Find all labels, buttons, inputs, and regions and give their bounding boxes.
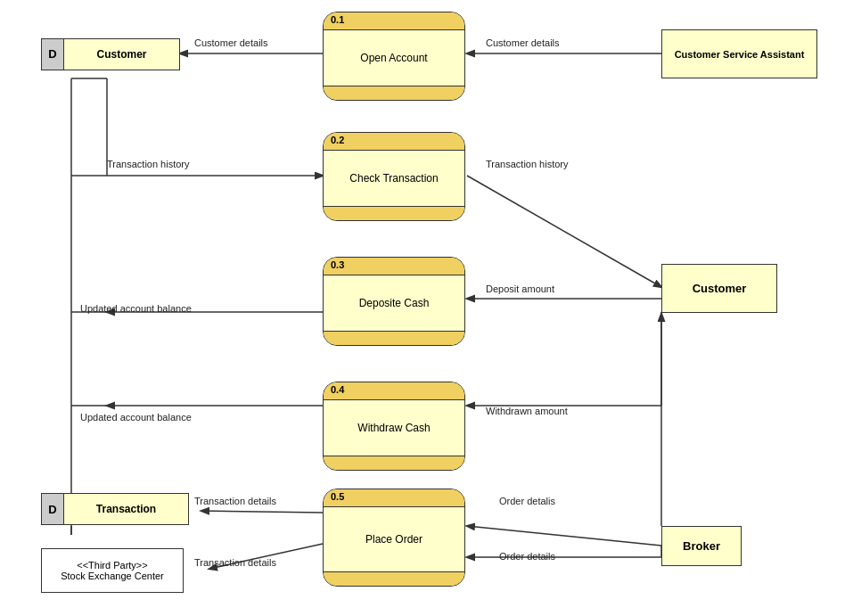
customer-top-label: Customer bbox=[64, 38, 180, 70]
third-party-entity: <<Third Party>>Stock Exchange Center bbox=[41, 548, 184, 593]
broker-label: Broker bbox=[683, 539, 720, 553]
diagram: 0.1 Open Account 0.2 Check Transaction 0… bbox=[0, 0, 845, 616]
process-header-05: 0.5 bbox=[324, 489, 464, 507]
customer-d-badge: D bbox=[41, 38, 64, 70]
process-number-05: 0.5 bbox=[331, 491, 344, 502]
process-footer-01 bbox=[324, 86, 464, 100]
process-withdraw-cash: 0.4 Withdraw Cash bbox=[323, 382, 465, 471]
process-deposite-cash: 0.3 Deposite Cash bbox=[323, 257, 465, 346]
process-header-02: 0.2 bbox=[324, 133, 464, 151]
process-number-02: 0.2 bbox=[331, 135, 344, 145]
label-transaction-details-2: Transaction details bbox=[194, 557, 276, 568]
label-updated-balance-2: Updated account balance bbox=[80, 412, 192, 423]
customer-right-entity: Customer bbox=[661, 264, 777, 313]
process-number-03: 0.3 bbox=[331, 259, 344, 270]
process-footer-05 bbox=[324, 571, 464, 586]
label-order-details-1: Order detalis bbox=[499, 496, 555, 506]
process-label-04: Withdraw Cash bbox=[324, 400, 464, 456]
process-header-03: 0.3 bbox=[324, 258, 464, 275]
process-open-account: 0.1 Open Account bbox=[323, 12, 465, 101]
label-transaction-history-right: Transaction history bbox=[486, 159, 569, 169]
process-label-05: Place Order bbox=[324, 507, 464, 571]
transaction-datastore: D Transaction bbox=[41, 493, 193, 525]
csa-entity: Customer Service Assistant bbox=[661, 29, 817, 78]
label-updated-balance-1: Updated account balance bbox=[80, 303, 192, 314]
process-header-04: 0.4 bbox=[324, 382, 464, 400]
process-footer-02 bbox=[324, 206, 464, 220]
label-transaction-details-1: Transaction details bbox=[194, 496, 276, 506]
process-check-transaction: 0.2 Check Transaction bbox=[323, 132, 465, 221]
svg-line-16 bbox=[467, 526, 661, 546]
process-place-order: 0.5 Place Order bbox=[323, 489, 465, 587]
broker-entity: Broker bbox=[661, 526, 742, 566]
label-customer-details-1: Customer details bbox=[194, 37, 268, 48]
process-footer-04 bbox=[324, 456, 464, 470]
process-header-01: 0.1 bbox=[324, 12, 464, 30]
process-number-01: 0.1 bbox=[331, 14, 344, 25]
process-label-03: Deposite Cash bbox=[324, 275, 464, 331]
csa-label: Customer Service Assistant bbox=[675, 49, 805, 60]
label-withdrawn-amount: Withdrawn amount bbox=[486, 406, 568, 416]
process-label-01: Open Account bbox=[324, 30, 464, 86]
label-transaction-history-left: Transaction history bbox=[107, 159, 190, 169]
label-order-details-2: Order details bbox=[499, 551, 555, 562]
transaction-label: Transaction bbox=[64, 493, 189, 525]
svg-line-15 bbox=[201, 511, 323, 513]
label-deposit-amount: Deposit amount bbox=[486, 283, 554, 294]
transaction-d-badge: D bbox=[41, 493, 64, 525]
process-label-02: Check Transaction bbox=[324, 151, 464, 206]
process-footer-03 bbox=[324, 331, 464, 345]
svg-line-6 bbox=[467, 176, 661, 287]
process-number-04: 0.4 bbox=[331, 384, 344, 395]
third-party-label: <<Third Party>>Stock Exchange Center bbox=[61, 560, 164, 581]
customer-top-entity: D Customer bbox=[41, 29, 184, 78]
customer-right-label: Customer bbox=[693, 282, 747, 295]
label-customer-details-2: Customer details bbox=[486, 37, 560, 48]
